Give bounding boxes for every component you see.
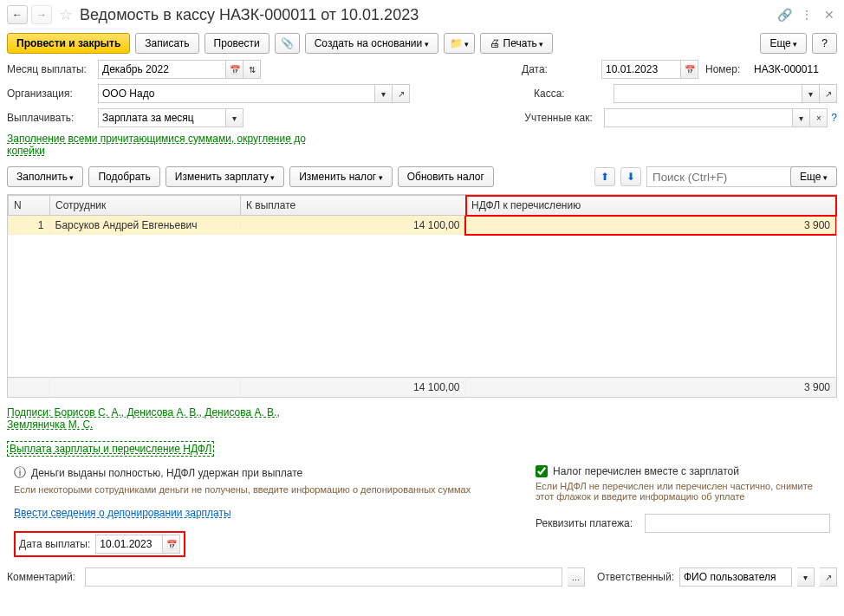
kebab-icon[interactable]: ⋮: [799, 7, 815, 23]
submit-close-button[interactable]: Провести и закрыть: [7, 33, 130, 54]
accounted-input[interactable]: [604, 108, 793, 127]
footer-ndfl: 3 900: [465, 378, 836, 398]
tax-checkbox-label: Налог перечислен вместе с зарплатой: [553, 465, 739, 477]
clear-icon[interactable]: ×: [810, 108, 828, 127]
number-label: Номер:: [705, 63, 750, 75]
tax-checkbox[interactable]: [536, 465, 548, 477]
money-issued-text: Деньги выданы полностью, НДФЛ удержан пр…: [31, 467, 302, 479]
move-down-button[interactable]: ⬇: [620, 167, 641, 186]
dropdown-icon[interactable]: ▾: [375, 84, 393, 103]
create-based-button[interactable]: Создать на основании: [305, 33, 438, 54]
table-more-button[interactable]: Еще: [790, 166, 837, 187]
date-label: Дата:: [522, 63, 601, 75]
dropdown-icon[interactable]: ▾: [226, 108, 243, 127]
footer-to-pay: 14 100,00: [240, 378, 465, 398]
col-n[interactable]: N: [9, 196, 50, 216]
pay-date-highlight: Дата выплаты: 📅: [14, 531, 185, 557]
main-toolbar: Провести и закрыть Записать Провести 📎 С…: [0, 29, 844, 57]
table-toolbar: Заполнить Подобрать Изменить зарплату Из…: [0, 163, 844, 191]
table-row[interactable]: 1 Барсуков Андрей Евгеньевич 14 100,00 3…: [8, 216, 836, 235]
pay-date-label: Дата выплаты:: [19, 538, 90, 550]
change-salary-button[interactable]: Изменить зарплату: [166, 166, 284, 187]
calendar-icon[interactable]: 📅: [163, 535, 180, 554]
col-employee[interactable]: Сотрудник: [50, 196, 241, 216]
responsible-label: Ответственный:: [597, 571, 674, 583]
employee-table: N Сотрудник К выплате НДФЛ к перечислени…: [7, 194, 837, 398]
cell-ndfl: 3 900: [465, 216, 836, 235]
col-to-pay[interactable]: К выплате: [241, 196, 466, 216]
payment-details-label: Реквизиты платежа:: [536, 517, 639, 529]
window-header: ← → ☆ Ведомость в кассу НАЗК-000011 от 1…: [0, 0, 844, 29]
dropdown-icon[interactable]: ▾: [793, 108, 810, 127]
close-icon[interactable]: ✕: [821, 7, 837, 23]
fill-button[interactable]: Заполнить: [7, 166, 83, 187]
fill-settings-link[interactable]: Заполнение всеми причитающимися суммами,…: [7, 133, 306, 157]
number-value: [750, 60, 837, 79]
open-icon[interactable]: ↗: [393, 84, 410, 103]
back-button[interactable]: ←: [7, 5, 28, 24]
help-button[interactable]: ?: [812, 33, 837, 54]
open-icon[interactable]: ↗: [820, 567, 837, 587]
deposit-link[interactable]: Ввести сведения о депонировании зарплаты: [14, 507, 231, 519]
responsible-input[interactable]: [679, 567, 792, 587]
payout-link[interactable]: Выплата зарплаты и перечисление НДФЛ: [7, 441, 214, 457]
print-label: Печать: [503, 37, 537, 49]
more-button[interactable]: Еще: [760, 33, 807, 54]
page-title: Ведомость в кассу НАЗК-000011 от 10.01.2…: [80, 6, 773, 24]
open-icon[interactable]: ↗: [820, 84, 837, 103]
cell-to-pay: 14 100,00: [240, 216, 465, 235]
month-input[interactable]: [98, 60, 226, 79]
signatures-link[interactable]: Подписи: Борисов С. А., Денисова А. В., …: [7, 406, 280, 431]
save-button[interactable]: Записать: [135, 33, 198, 54]
footer: Комментарий: … Ответственный: ▾ ↗: [0, 564, 844, 590]
submit-button[interactable]: Провести: [205, 33, 269, 54]
favorite-icon[interactable]: ☆: [59, 5, 73, 24]
org-label: Организация:: [7, 88, 98, 100]
pick-button[interactable]: Подобрать: [88, 166, 159, 187]
expand-icon[interactable]: …: [568, 567, 585, 587]
dropdown-icon[interactable]: ▾: [802, 84, 820, 103]
calendar-icon[interactable]: 📅: [681, 60, 698, 79]
comment-label: Комментарий:: [7, 571, 80, 583]
change-tax-button[interactable]: Изменить налог: [289, 166, 392, 187]
col-ndfl[interactable]: НДФЛ к перечислению: [466, 196, 836, 216]
kassa-input[interactable]: [614, 84, 802, 103]
pay-date-input[interactable]: [95, 535, 163, 554]
cell-employee: Барсуков Андрей Евгеньевич: [49, 216, 240, 235]
accounted-label: Учтенные как:: [524, 112, 604, 124]
attach-button[interactable]: 📎: [275, 33, 300, 54]
update-tax-button[interactable]: Обновить налог: [398, 166, 494, 187]
date-input[interactable]: [601, 60, 681, 79]
print-button[interactable]: 🖨 Печать: [480, 33, 553, 54]
search-input[interactable]: [646, 166, 805, 187]
info-icon: ⓘ: [14, 465, 26, 481]
folder-button[interactable]: 📁: [444, 33, 476, 54]
calendar-icon[interactable]: 📅: [226, 60, 243, 79]
org-input[interactable]: [98, 84, 375, 103]
deposit-note: Если некоторыми сотрудниками деньги не п…: [14, 484, 471, 495]
comment-input[interactable]: [85, 567, 562, 587]
ndfl-note: Если НДФЛ не перечислен или перечислен ч…: [536, 481, 830, 502]
dropdown-icon[interactable]: ▾: [797, 567, 815, 587]
forward-button[interactable]: →: [31, 5, 52, 24]
payment-details-input[interactable]: [645, 514, 830, 533]
link-icon[interactable]: 🔗: [776, 7, 792, 23]
table-footer: 14 100,00 3 900: [8, 378, 836, 398]
month-label: Месяц выплаты:: [7, 63, 98, 75]
pay-input[interactable]: [98, 108, 226, 127]
pay-label: Выплачивать:: [7, 112, 98, 124]
help-hint-icon[interactable]: ?: [831, 112, 837, 124]
cell-n: 1: [8, 216, 49, 235]
move-up-button[interactable]: ⬆: [594, 167, 615, 186]
kassa-label: Касса:: [534, 88, 614, 100]
spinner-icon[interactable]: ⇅: [243, 60, 261, 79]
